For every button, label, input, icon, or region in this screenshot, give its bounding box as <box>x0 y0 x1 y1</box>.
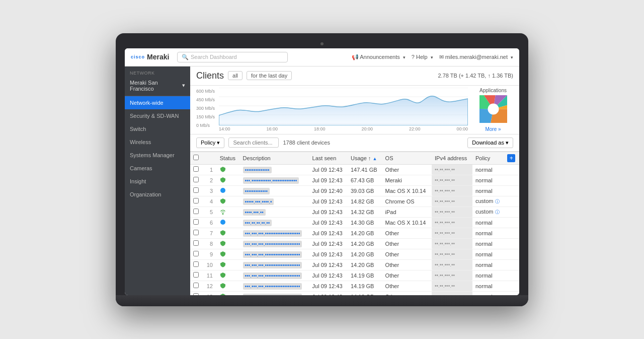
table-row: 12•••.•••.•••.••••••••••••••••••••Jul 09… <box>190 281 519 291</box>
sidebar-item-security-sdwan[interactable]: Security & SD-WAN <box>125 109 190 122</box>
shield-icon <box>220 198 226 204</box>
col-status[interactable]: Status <box>217 152 240 164</box>
row-checkbox[interactable] <box>193 209 199 214</box>
row-policy: normal <box>472 270 504 281</box>
col-usage[interactable]: Usage ↑ ▲ <box>348 152 382 164</box>
row-checkbox[interactable] <box>193 187 199 193</box>
row-checkbox-cell[interactable] <box>190 270 202 281</box>
announcements-btn[interactable]: 📢 Announcements ▾ <box>352 54 406 60</box>
chart-x-labels: 14:00 16:00 18:00 20:00 22:00 00:00 <box>219 126 468 131</box>
row-description[interactable]: •••.•••.•••.•••••••••••••••••••• <box>240 228 309 238</box>
network-select[interactable]: Meraki San Francisco ▾ <box>125 78 190 96</box>
sidebar-item-network-wide[interactable]: Network-wide <box>125 96 190 109</box>
help-chevron: ▾ <box>431 55 433 60</box>
row-num: 4 <box>202 196 217 207</box>
row-checkbox-cell[interactable] <box>190 291 202 295</box>
add-column-button[interactable]: + <box>507 154 515 162</box>
row-usage: 14.19 GB <box>348 281 382 291</box>
user-menu-btn[interactable]: ✉ miles.meraki@meraki.net ▾ <box>439 54 513 60</box>
row-checkbox[interactable] <box>193 230 199 235</box>
row-checkbox-cell[interactable] <box>190 249 202 259</box>
row-checkbox-cell[interactable] <box>190 259 202 270</box>
row-description[interactable]: •••.•••••••••••.•••••••••••••• <box>240 175 309 185</box>
row-extra <box>504 175 519 185</box>
col-last-seen[interactable]: Last seen <box>309 152 348 164</box>
chart-container: 600 Mb/s 450 Mb/s 300 Mb/s 150 Mb/s 0 Mb… <box>190 86 519 134</box>
row-description[interactable]: ••••.•••.•• <box>240 207 309 217</box>
search-box[interactable]: 🔍 Search Dashboard <box>177 52 288 62</box>
sidebar-item-organization[interactable]: Organization <box>125 188 190 201</box>
row-extra <box>504 185 519 196</box>
row-checkbox-cell[interactable] <box>190 196 202 207</box>
row-checkbox[interactable] <box>193 251 199 256</box>
row-checkbox-cell[interactable] <box>190 207 202 217</box>
row-checkbox[interactable] <box>193 240 199 246</box>
sidebar-item-switch[interactable]: Switch <box>125 122 190 135</box>
help-btn[interactable]: ? Help ▾ <box>412 54 433 60</box>
row-description[interactable]: •••.••.••.••.•• <box>240 217 309 228</box>
row-checkbox-cell[interactable] <box>190 164 202 175</box>
sidebar-item-label: Switch <box>130 126 146 132</box>
col-policy[interactable]: Policy <box>472 152 504 164</box>
download-as-button[interactable]: Download as ▾ <box>467 138 513 148</box>
pie-chart <box>479 95 507 123</box>
row-checkbox[interactable] <box>193 198 199 204</box>
row-status <box>217 249 240 259</box>
col-description[interactable]: Description <box>240 152 309 164</box>
row-description[interactable]: •••.•••.•••.•••••••••••••••••••• <box>240 238 309 249</box>
row-policy: normal <box>472 291 504 295</box>
row-os: Chrome OS <box>382 196 432 207</box>
row-description[interactable]: •••.•••.•••.•••••••••••••••••••• <box>240 281 309 291</box>
nav-right: 📢 Announcements ▾ ? Help ▾ ✉ miles.merak… <box>352 54 513 60</box>
policy-chevron: ▾ <box>217 140 220 146</box>
row-description[interactable]: •••••••••••••• <box>240 164 309 175</box>
row-checkbox-cell[interactable] <box>190 175 202 185</box>
row-description[interactable]: •••.•••.•••.•••••••••••••••••••• <box>240 259 309 270</box>
col-add[interactable]: + <box>504 152 519 164</box>
shield-icon <box>220 283 226 289</box>
sidebar-item-cameras[interactable]: Cameras <box>125 162 190 175</box>
filter-all-btn[interactable]: all <box>228 71 243 80</box>
col-os[interactable]: OS <box>382 152 432 164</box>
row-description[interactable]: ••••••••••••• <box>240 185 309 196</box>
search-clients-input[interactable] <box>228 138 279 148</box>
row-checkbox[interactable] <box>193 283 199 288</box>
row-description[interactable]: •••.•••.•••.•••••••••••••••••••• <box>240 270 309 281</box>
row-extra <box>504 228 519 238</box>
row-checkbox-cell[interactable] <box>190 281 202 291</box>
row-checkbox-cell[interactable] <box>190 185 202 196</box>
sidebar-item-systems-manager[interactable]: Systems Manager <box>125 149 190 162</box>
filter-time-btn[interactable]: for the last day <box>247 71 292 80</box>
row-num: 6 <box>202 217 217 228</box>
row-checkbox[interactable] <box>193 293 199 295</box>
select-all-checkbox[interactable] <box>193 155 199 160</box>
col-ipv4[interactable]: IPv4 address <box>432 152 472 164</box>
select-all-checkbox-cell[interactable] <box>190 152 202 164</box>
row-description[interactable]: •••.•••.•••.•••••••••••••••••••• <box>240 291 309 295</box>
sidebar-item-wireless[interactable]: Wireless <box>125 135 190 149</box>
row-checkbox-cell[interactable] <box>190 228 202 238</box>
row-checkbox-cell[interactable] <box>190 238 202 249</box>
info-icon[interactable]: ⓘ <box>495 199 500 204</box>
row-checkbox[interactable] <box>193 177 199 182</box>
row-description[interactable]: •••.•••.•••.•••••••••••••••••••• <box>240 249 309 259</box>
download-chevron: ▾ <box>506 140 509 146</box>
row-checkbox[interactable] <box>193 219 199 225</box>
row-checkbox[interactable] <box>193 261 199 267</box>
table-row: 11•••.•••.•••.••••••••••••••••••••Jul 09… <box>190 270 519 281</box>
nav-logo: cisco Meraki <box>131 53 171 61</box>
row-checkbox[interactable] <box>193 166 199 172</box>
more-link[interactable]: More » <box>473 126 513 132</box>
row-checkbox-cell[interactable] <box>190 217 202 228</box>
row-description[interactable]: •••••.•••.••••.• <box>240 196 309 207</box>
row-os: Other <box>382 228 432 238</box>
main-content: Clients all for the last day 2.78 TB (+ … <box>190 66 519 295</box>
sidebar-item-insight[interactable]: Insight <box>125 175 190 188</box>
info-icon[interactable]: ⓘ <box>495 210 500 215</box>
shield-icon <box>220 293 226 295</box>
policy-button[interactable]: Policy ▾ <box>196 138 224 148</box>
laptop-base <box>116 295 528 306</box>
row-status <box>217 164 240 175</box>
network-chevron: ▾ <box>182 82 185 89</box>
row-checkbox[interactable] <box>193 272 199 278</box>
